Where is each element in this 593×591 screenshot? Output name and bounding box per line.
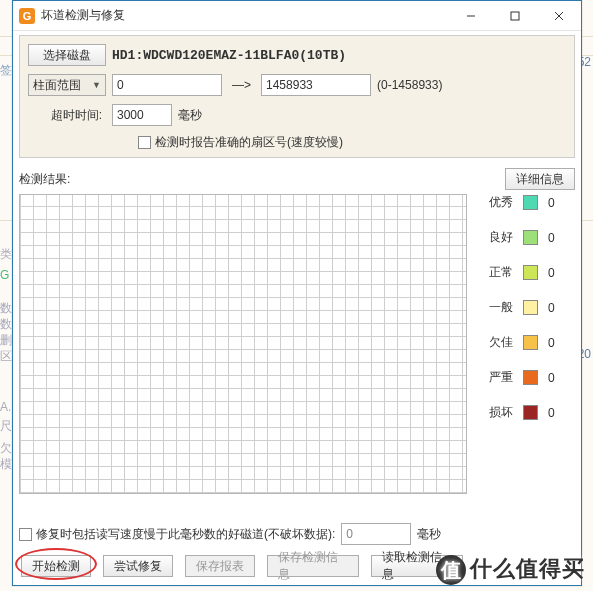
legend-good: 良好0 [489,229,575,246]
bg-text: 数 [0,300,12,317]
results-header: 检测结果: 详细信息 [19,168,575,190]
window-title: 坏道检测与修复 [41,7,449,24]
minimize-button[interactable] [449,1,493,31]
details-button[interactable]: 详细信息 [505,168,575,190]
repair-slow-label: 修复时包括读写速度慢于此毫秒数的好磁道(不破坏数据): [36,526,335,543]
chevron-down-icon: ▼ [92,80,101,90]
legend-poor: 欠佳0 [489,334,575,351]
repair-slow-unit: 毫秒 [417,526,441,543]
app-icon: G [19,8,35,24]
bg-text: A. [0,400,11,414]
bg-text: 签 [0,62,12,79]
try-repair-button[interactable]: 尝试修复 [103,555,173,577]
close-button[interactable] [537,1,581,31]
checkbox-box [138,136,151,149]
start-scan-button[interactable]: 开始检测 [21,555,91,577]
cylinder-range-combo[interactable]: 柱面范围 ▼ [28,74,106,96]
scan-grid [19,194,467,494]
bg-text: 数 [0,316,12,333]
minimize-icon [466,11,476,21]
timeout-input[interactable]: 3000 [112,104,172,126]
swatch-good [523,230,538,245]
dialog-window: G 坏道检测与修复 选择磁盘 HD1:WDCWD120EMAZ-11BLFA0(… [12,0,582,586]
legend-bad: 损坏0 [489,404,575,421]
bg-text: G [0,268,9,282]
results-label: 检测结果: [19,171,505,188]
legend-normal: 正常0 [489,264,575,281]
bg-text: 类 [0,246,12,263]
save-report-button[interactable]: 保存报表 [185,555,255,577]
legend-severe: 严重0 [489,369,575,386]
legend: 优秀0 良好0 正常0 一般0 欠佳0 严重0 损坏0 [475,194,575,494]
checkbox-box [19,528,32,541]
bg-text: 欠 [0,440,12,457]
timeout-label: 超时时间: [28,107,106,124]
bg-text: 区 [0,348,12,365]
select-disk-button[interactable]: 选择磁盘 [28,44,106,66]
report-sector-label: 检测时报告准确的扇区号(速度较慢) [155,134,343,151]
cylinder-range-label: 柱面范围 [33,77,81,94]
maximize-button[interactable] [493,1,537,31]
cylinder-total-label: (0-1458933) [377,78,442,92]
swatch-excellent [523,195,538,210]
cylinder-from-input[interactable]: 0 [112,74,222,96]
repair-slow-checkbox[interactable]: 修复时包括读写速度慢于此毫秒数的好磁道(不破坏数据): [19,526,335,543]
maximize-icon [510,11,520,21]
repair-slow-input[interactable]: 0 [341,523,411,545]
arrow-separator: —> [228,78,255,92]
timeout-unit: 毫秒 [178,107,202,124]
close-icon [554,11,564,21]
svg-rect-1 [511,12,519,20]
legend-excellent: 优秀0 [489,194,575,211]
report-sector-checkbox[interactable]: 检测时报告准确的扇区号(速度较慢) [138,134,343,151]
disk-label: HD1:WDCWD120EMAZ-11BLFA0(10TB) [112,48,346,63]
swatch-poor [523,335,538,350]
config-panel: 选择磁盘 HD1:WDCWD120EMAZ-11BLFA0(10TB) 柱面范围… [19,35,575,158]
save-scan-info-button[interactable]: 保存检测信息 [267,555,359,577]
bg-text: 模 [0,456,12,473]
swatch-bad [523,405,538,420]
swatch-normal [523,265,538,280]
swatch-severe [523,370,538,385]
watermark: 值什么值得买 [428,548,593,591]
cylinder-to-input[interactable]: 1458933 [261,74,371,96]
swatch-fair [523,300,538,315]
bg-text: 尺 [0,418,12,435]
bg-text: 删 [0,332,12,349]
legend-fair: 一般0 [489,299,575,316]
titlebar[interactable]: G 坏道检测与修复 [13,1,581,31]
